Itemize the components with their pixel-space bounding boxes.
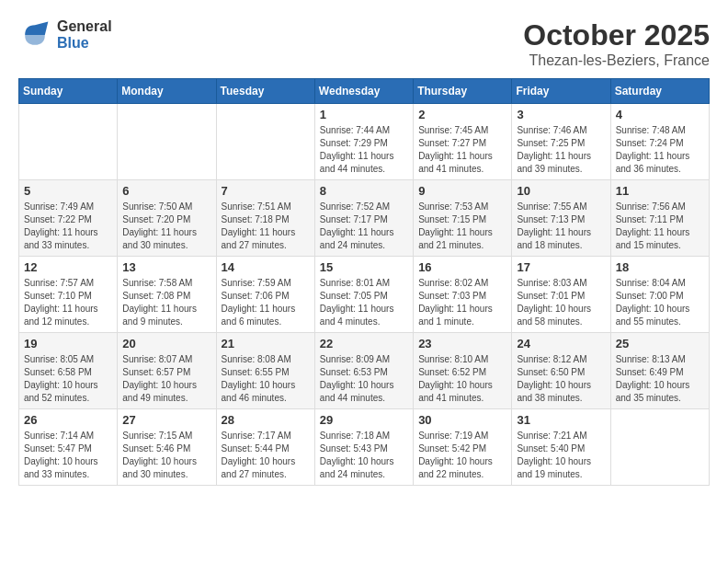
day-info: Sunrise: 7:14 AMSunset: 5:47 PMDaylight:…	[24, 430, 112, 481]
calendar-cell: 7Sunrise: 7:51 AMSunset: 7:18 PMDaylight…	[216, 180, 314, 257]
calendar-cell: 24Sunrise: 8:12 AMSunset: 6:50 PMDayligh…	[512, 333, 610, 409]
day-number: 31	[517, 413, 605, 427]
logo-general-text: General	[57, 18, 112, 35]
day-number: 4	[616, 108, 704, 121]
calendar-header-row: SundayMondayTuesdayWednesdayThursdayFrid…	[19, 79, 710, 104]
weekday-header-friday: Friday	[512, 79, 610, 104]
day-info: Sunrise: 7:49 AMSunset: 7:22 PMDaylight:…	[24, 201, 112, 252]
weekday-header-thursday: Thursday	[414, 79, 512, 104]
calendar-cell: 1Sunrise: 7:44 AMSunset: 7:29 PMDaylight…	[314, 104, 413, 180]
day-number: 13	[122, 260, 210, 274]
logo: General Blue	[18, 18, 112, 52]
calendar-cell	[118, 104, 216, 180]
weekday-header-saturday: Saturday	[610, 79, 709, 104]
calendar-cell: 19Sunrise: 8:05 AMSunset: 6:58 PMDayligh…	[19, 333, 118, 409]
day-number: 24	[517, 337, 605, 350]
day-number: 17	[517, 260, 605, 274]
day-info: Sunrise: 7:56 AMSunset: 7:11 PMDaylight:…	[616, 201, 704, 252]
weekday-header-wednesday: Wednesday	[314, 79, 413, 104]
calendar-cell: 18Sunrise: 8:04 AMSunset: 7:00 PMDayligh…	[610, 257, 709, 333]
day-info: Sunrise: 7:51 AMSunset: 7:18 PMDaylight:…	[222, 201, 310, 252]
day-info: Sunrise: 8:01 AMSunset: 7:05 PMDaylight:…	[320, 277, 408, 328]
calendar-cell: 25Sunrise: 8:13 AMSunset: 6:49 PMDayligh…	[610, 333, 709, 409]
calendar-cell: 17Sunrise: 8:03 AMSunset: 7:01 PMDayligh…	[512, 257, 610, 333]
day-number: 3	[517, 108, 605, 121]
calendar-cell: 20Sunrise: 8:07 AMSunset: 6:57 PMDayligh…	[118, 333, 216, 409]
weekday-header-sunday: Sunday	[19, 79, 118, 104]
day-info: Sunrise: 7:55 AMSunset: 7:13 PMDaylight:…	[517, 201, 605, 252]
calendar-cell: 29Sunrise: 7:18 AMSunset: 5:43 PMDayligh…	[314, 409, 413, 486]
calendar-cell: 28Sunrise: 7:17 AMSunset: 5:44 PMDayligh…	[216, 409, 314, 486]
day-info: Sunrise: 8:10 AMSunset: 6:52 PMDaylight:…	[418, 353, 506, 405]
day-number: 9	[418, 184, 506, 198]
day-number: 8	[320, 184, 408, 198]
location-title: Thezan-les-Beziers, France	[523, 52, 710, 69]
calendar-cell: 3Sunrise: 7:46 AMSunset: 7:25 PMDaylight…	[512, 104, 610, 180]
calendar-week-row: 26Sunrise: 7:14 AMSunset: 5:47 PMDayligh…	[19, 409, 710, 486]
calendar-cell	[610, 409, 709, 486]
day-info: Sunrise: 8:04 AMSunset: 7:00 PMDaylight:…	[616, 277, 704, 328]
day-info: Sunrise: 8:03 AMSunset: 7:01 PMDaylight:…	[517, 277, 605, 328]
calendar-cell: 27Sunrise: 7:15 AMSunset: 5:46 PMDayligh…	[118, 409, 216, 486]
title-block: October 2025 Thezan-les-Beziers, France	[523, 18, 710, 69]
weekday-header-monday: Monday	[118, 79, 216, 104]
logo-icon	[18, 18, 51, 52]
day-number: 30	[418, 413, 506, 427]
day-info: Sunrise: 8:09 AMSunset: 6:53 PMDaylight:…	[320, 353, 408, 405]
day-number: 2	[418, 108, 506, 121]
calendar-cell: 16Sunrise: 8:02 AMSunset: 7:03 PMDayligh…	[414, 257, 512, 333]
calendar-cell: 14Sunrise: 7:59 AMSunset: 7:06 PMDayligh…	[216, 257, 314, 333]
day-info: Sunrise: 7:59 AMSunset: 7:06 PMDaylight:…	[222, 277, 310, 328]
calendar-cell: 11Sunrise: 7:56 AMSunset: 7:11 PMDayligh…	[610, 180, 709, 257]
day-info: Sunrise: 7:17 AMSunset: 5:44 PMDaylight:…	[222, 430, 310, 481]
calendar-week-row: 12Sunrise: 7:57 AMSunset: 7:10 PMDayligh…	[19, 257, 710, 333]
calendar-cell: 9Sunrise: 7:53 AMSunset: 7:15 PMDaylight…	[414, 180, 512, 257]
day-number: 12	[24, 260, 112, 274]
day-info: Sunrise: 8:02 AMSunset: 7:03 PMDaylight:…	[418, 277, 506, 328]
day-info: Sunrise: 8:12 AMSunset: 6:50 PMDaylight:…	[517, 353, 605, 405]
calendar-cell: 5Sunrise: 7:49 AMSunset: 7:22 PMDaylight…	[19, 180, 118, 257]
day-info: Sunrise: 7:58 AMSunset: 7:08 PMDaylight:…	[122, 277, 210, 328]
day-number: 21	[222, 337, 310, 350]
day-number: 28	[222, 413, 310, 427]
calendar-cell: 6Sunrise: 7:50 AMSunset: 7:20 PMDaylight…	[118, 180, 216, 257]
day-info: Sunrise: 7:19 AMSunset: 5:42 PMDaylight:…	[418, 430, 506, 481]
day-number: 29	[320, 413, 408, 427]
day-number: 11	[616, 184, 704, 198]
day-number: 22	[320, 337, 408, 350]
day-number: 6	[122, 184, 210, 198]
day-number: 26	[24, 413, 112, 427]
logo-text: General Blue	[57, 18, 112, 51]
day-number: 5	[24, 184, 112, 198]
day-number: 1	[320, 108, 408, 121]
calendar-cell: 22Sunrise: 8:09 AMSunset: 6:53 PMDayligh…	[314, 333, 413, 409]
day-number: 27	[122, 413, 210, 427]
calendar-cell: 15Sunrise: 8:01 AMSunset: 7:05 PMDayligh…	[314, 257, 413, 333]
calendar-cell: 10Sunrise: 7:55 AMSunset: 7:13 PMDayligh…	[512, 180, 610, 257]
day-info: Sunrise: 8:07 AMSunset: 6:57 PMDaylight:…	[122, 353, 210, 405]
day-info: Sunrise: 7:21 AMSunset: 5:40 PMDaylight:…	[517, 430, 605, 481]
day-info: Sunrise: 8:08 AMSunset: 6:55 PMDaylight:…	[222, 353, 310, 405]
calendar-cell: 8Sunrise: 7:52 AMSunset: 7:17 PMDaylight…	[314, 180, 413, 257]
calendar-cell: 13Sunrise: 7:58 AMSunset: 7:08 PMDayligh…	[118, 257, 216, 333]
calendar-cell: 31Sunrise: 7:21 AMSunset: 5:40 PMDayligh…	[512, 409, 610, 486]
day-number: 10	[517, 184, 605, 198]
weekday-header-tuesday: Tuesday	[216, 79, 314, 104]
day-info: Sunrise: 7:48 AMSunset: 7:24 PMDaylight:…	[616, 124, 704, 176]
day-number: 18	[616, 260, 704, 274]
day-number: 19	[24, 337, 112, 350]
day-number: 15	[320, 260, 408, 274]
day-info: Sunrise: 7:57 AMSunset: 7:10 PMDaylight:…	[24, 277, 112, 328]
day-number: 25	[616, 337, 704, 350]
day-number: 7	[222, 184, 310, 198]
day-info: Sunrise: 7:15 AMSunset: 5:46 PMDaylight:…	[122, 430, 210, 481]
page-header: General Blue October 2025 Thezan-les-Bez…	[18, 18, 710, 69]
day-info: Sunrise: 7:52 AMSunset: 7:17 PMDaylight:…	[320, 201, 408, 252]
logo-blue-text: Blue	[57, 35, 112, 52]
day-number: 23	[418, 337, 506, 350]
calendar-cell: 2Sunrise: 7:45 AMSunset: 7:27 PMDaylight…	[414, 104, 512, 180]
day-info: Sunrise: 7:46 AMSunset: 7:25 PMDaylight:…	[517, 124, 605, 176]
calendar-table: SundayMondayTuesdayWednesdayThursdayFrid…	[18, 78, 710, 486]
calendar-week-row: 1Sunrise: 7:44 AMSunset: 7:29 PMDaylight…	[19, 104, 710, 180]
day-info: Sunrise: 8:05 AMSunset: 6:58 PMDaylight:…	[24, 353, 112, 405]
